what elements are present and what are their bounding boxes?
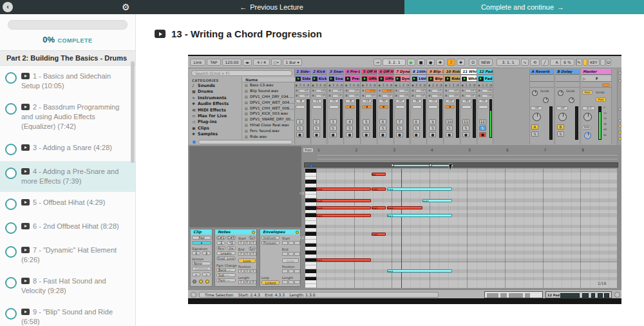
send-a-value[interactable]: -inf	[348, 89, 359, 93]
solo-button[interactable]: S	[313, 126, 320, 131]
browser-file-row[interactable]: ▤Bass C3.wav	[243, 82, 295, 88]
return-select-B[interactable]: B	[557, 124, 564, 129]
monitor-value[interactable]	[412, 105, 422, 109]
browser-category-midi-effects[interactable]: ≪MIDI Effects	[189, 108, 242, 113]
punch-toggle[interactable]: ╱	[541, 59, 549, 66]
send-b-value[interactable]: -inf	[332, 94, 343, 98]
master-header[interactable]: Master	[582, 69, 611, 75]
note-range-high[interactable]: C#5	[227, 236, 236, 240]
clip-play-icon[interactable]	[345, 77, 350, 81]
send-b-value[interactable]: -inf	[299, 94, 310, 98]
pan-value[interactable]: -inf	[395, 99, 405, 103]
solo-button[interactable]: S	[363, 126, 370, 131]
send-b-value[interactable]: -inf	[431, 94, 442, 98]
browser-category-plug-ins[interactable]: ◁Plug-ins	[189, 119, 242, 125]
value-segment[interactable]: 1	[251, 269, 256, 273]
back-button[interactable]: ‹	[3, 2, 13, 12]
completion-circle[interactable]	[5, 308, 17, 320]
follow-arrow[interactable]: →	[374, 59, 381, 66]
solo-button[interactable]: S	[330, 126, 337, 131]
send-a-value[interactable]: -inf	[399, 89, 410, 93]
value-segment[interactable]: 1	[238, 280, 244, 284]
send-a-value[interactable]: -inf	[415, 89, 426, 93]
arm-button[interactable]: ●	[313, 132, 320, 137]
clip-play-icon[interactable]	[445, 77, 450, 81]
track-activator[interactable]: 5	[363, 119, 370, 124]
loop-brace[interactable]	[316, 154, 618, 157]
pan-value[interactable]: -22	[428, 99, 438, 103]
value-segment[interactable]: 1	[238, 241, 244, 245]
clip-slot[interactable]: Ride	[444, 75, 460, 82]
return-pan[interactable]: -inf	[556, 106, 568, 110]
track-activator[interactable]: 1	[296, 119, 303, 124]
crossfader-knob[interactable]	[584, 132, 591, 139]
clip-slot[interactable]: Kick	[312, 75, 327, 82]
midi-indicator[interactable]	[583, 59, 587, 66]
link-button[interactable]: Link	[190, 59, 205, 66]
midi-note[interactable]: G#2	[316, 206, 371, 209]
rail-button[interactable]	[618, 124, 621, 128]
tap-tempo-button[interactable]: TAP	[207, 59, 221, 66]
sidebar-scrollbar[interactable]	[131, 61, 135, 163]
arm-button[interactable]: ●	[446, 132, 453, 137]
clip-slot[interactable]: White N	[461, 75, 477, 82]
halve-tempo-button[interactable]: :2	[216, 241, 225, 245]
value-segment[interactable]: 0	[245, 280, 251, 284]
automation-arm-button[interactable]: ⤴	[447, 59, 455, 66]
value-segment[interactable]	[289, 252, 294, 256]
value-segment[interactable]	[294, 241, 300, 245]
track-activator[interactable]: 8	[413, 119, 420, 124]
browser-category-instruments[interactable]: ∿Instruments	[189, 95, 242, 101]
duplicate-loop-button[interactable]: Dupl. Loop	[216, 256, 236, 260]
value-segment[interactable]	[294, 269, 300, 273]
pan-value[interactable]: -34	[462, 99, 471, 103]
clip-play-icon[interactable]	[478, 77, 484, 81]
monitor-value[interactable]	[329, 105, 339, 109]
value-segment[interactable]	[289, 241, 294, 245]
sidebar-lecture-item[interactable]: 2 - Bassdrum Programming and using Audio…	[0, 97, 135, 137]
clip-play-icon[interactable]	[412, 77, 417, 81]
clip-play-icon[interactable]	[312, 77, 317, 81]
send-a-value[interactable]: -2.3	[365, 89, 376, 93]
sidebar-lecture-item[interactable]: 6 - 2nd Offbeat Hihat (8:28)	[0, 216, 135, 240]
complete-and-continue-button[interactable]: Complete and continue→	[404, 0, 644, 14]
browser-file-row[interactable]: ▤DPV1_KICK_003.wav	[243, 111, 295, 117]
status-right-circle[interactable]	[614, 292, 620, 298]
legato-button[interactable]: Legato	[216, 251, 236, 255]
key-indicator[interactable]	[600, 59, 605, 66]
midi-note[interactable]: A#2	[316, 199, 371, 202]
browser-category-clips[interactable]: ▣Clips	[189, 126, 242, 131]
completion-circle[interactable]	[5, 222, 17, 234]
time-selection-highlight[interactable]	[392, 165, 453, 167]
rail-button[interactable]	[618, 119, 621, 122]
send-b-value[interactable]: -inf	[415, 94, 426, 98]
return-solo[interactable]: S	[531, 131, 538, 137]
send-b-value[interactable]: -inf	[348, 94, 359, 98]
clip-slot[interactable]: Blip	[428, 75, 443, 82]
track-header[interactable]: 12 Pad	[478, 69, 493, 75]
rail-button[interactable]	[618, 79, 621, 82]
loop-button[interactable]: Loop	[238, 258, 256, 263]
marker-lane[interactable]	[316, 158, 618, 160]
send-a-value[interactable]: -inf	[431, 89, 442, 93]
send-b-knob[interactable]	[569, 97, 574, 103]
master-volume-knob[interactable]	[583, 113, 592, 121]
value-segment[interactable]: 1	[238, 269, 244, 273]
clip-slot[interactable]: Offbea	[378, 75, 393, 82]
invert-button[interactable]: Inv	[227, 246, 236, 250]
value-segment[interactable]	[282, 252, 288, 256]
return-header[interactable]: B Delay	[556, 69, 580, 75]
capture-button[interactable]: ✚	[457, 59, 465, 66]
metronome-toggle[interactable]: ○•	[271, 59, 281, 66]
browser-category-audio-effects[interactable]: ✚Audio Effects	[189, 101, 242, 107]
arm-button[interactable]: ●	[363, 132, 370, 137]
track-header[interactable]: 1 Side-C	[295, 69, 310, 75]
value-segment[interactable]	[282, 269, 288, 273]
send-a-value[interactable]: -inf	[482, 89, 493, 93]
linked-button[interactable]: Linked	[261, 280, 279, 285]
send-a-value[interactable]: -inf	[299, 89, 310, 93]
arrangement-position-field[interactable]: 3. 2. 1	[383, 59, 406, 66]
track-header[interactable]: 7 Dynami	[395, 69, 410, 75]
arm-button[interactable]: ●	[379, 132, 386, 137]
completion-circle[interactable]	[5, 103, 17, 115]
